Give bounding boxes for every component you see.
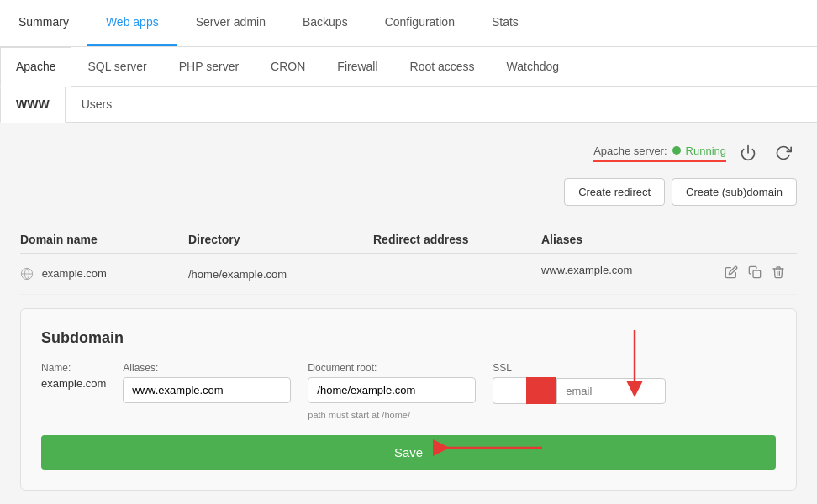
tab-serveradmin[interactable]: Server admin bbox=[177, 0, 284, 46]
col-header-redirect: Redirect address bbox=[373, 226, 541, 254]
name-value: example.com bbox=[41, 377, 106, 390]
save-btn-row: Save bbox=[41, 435, 776, 470]
docroot-input[interactable] bbox=[308, 377, 476, 403]
subdomain-fields: Name: example.com Aliases: Document root… bbox=[41, 362, 776, 420]
copy-button[interactable] bbox=[746, 264, 763, 284]
name-field-group: Name: example.com bbox=[41, 362, 106, 390]
aliases-label: Aliases: bbox=[123, 362, 291, 374]
apache-status: Apache server: Running bbox=[593, 144, 726, 162]
subdomain-box: Subdomain Name: example.com bbox=[20, 308, 797, 491]
edit-button[interactable] bbox=[723, 264, 740, 284]
apache-status-label: Apache server: bbox=[593, 144, 667, 157]
status-running-label: Running bbox=[686, 144, 726, 157]
tab-sqlserver[interactable]: SQL server bbox=[71, 47, 162, 86]
third-nav: WWW Users bbox=[0, 87, 817, 123]
ssl-label: SSL bbox=[493, 362, 666, 374]
main-content: Apache server: Running Create redirect C… bbox=[0, 123, 817, 504]
tab-firewall[interactable]: Firewall bbox=[321, 47, 393, 86]
tab-stats[interactable]: Stats bbox=[473, 0, 537, 46]
tab-phpserver[interactable]: PHP server bbox=[163, 47, 255, 86]
tab-summary[interactable]: Summary bbox=[0, 0, 87, 46]
name-label: Name: bbox=[41, 362, 106, 374]
domain-name: example.com bbox=[42, 267, 107, 280]
domain-cell: example.com bbox=[20, 254, 188, 295]
col-header-directory: Directory bbox=[188, 226, 373, 254]
docroot-hint: path must start at /home/ bbox=[308, 410, 476, 420]
power-button[interactable] bbox=[735, 139, 762, 166]
col-header-aliases: Aliases bbox=[541, 226, 797, 254]
col-header-domain: Domain name bbox=[20, 226, 188, 254]
ssl-row bbox=[493, 377, 666, 404]
aliases-cell: www.example.com bbox=[541, 254, 797, 295]
tab-watchdog[interactable]: Watchdog bbox=[491, 47, 576, 86]
svg-rect-3 bbox=[753, 270, 761, 278]
tab-rootaccess[interactable]: Root access bbox=[394, 47, 491, 86]
create-subdomain-button[interactable]: Create (sub)domain bbox=[672, 178, 797, 206]
status-indicator bbox=[672, 146, 681, 155]
tab-webapps[interactable]: Web apps bbox=[87, 0, 177, 46]
domain-table: Domain name Directory Redirect address A… bbox=[20, 226, 797, 295]
second-nav: Apache SQL server PHP server CRON Firewa… bbox=[0, 47, 817, 87]
domain-icon bbox=[20, 267, 37, 280]
redirect-cell bbox=[373, 254, 541, 295]
create-redirect-button[interactable]: Create redirect bbox=[564, 178, 665, 206]
ssl-red-toggle[interactable] bbox=[526, 377, 556, 404]
top-nav: Summary Web apps Server admin Backups Co… bbox=[0, 0, 817, 47]
tab-cron[interactable]: CRON bbox=[255, 47, 321, 86]
ssl-email-input[interactable] bbox=[556, 378, 666, 404]
table-row: example.com /home/example.com www.exampl… bbox=[20, 254, 797, 295]
refresh-button[interactable] bbox=[770, 139, 797, 166]
subdomain-title: Subdomain bbox=[41, 329, 776, 347]
docroot-field-group: Document root: path must start at /home/ bbox=[308, 362, 476, 420]
tab-backups[interactable]: Backups bbox=[284, 0, 366, 46]
status-bar: Apache server: Running bbox=[20, 139, 797, 166]
docroot-label: Document root: bbox=[308, 362, 476, 374]
aliases-input[interactable] bbox=[123, 377, 291, 403]
ssl-toggle[interactable] bbox=[493, 377, 526, 404]
tab-users[interactable]: Users bbox=[66, 87, 129, 122]
directory-cell: /home/example.com bbox=[188, 254, 373, 295]
tab-www[interactable]: WWW bbox=[0, 87, 66, 123]
row-actions bbox=[723, 264, 787, 284]
ssl-field-group: SSL bbox=[493, 362, 666, 404]
tab-configuration[interactable]: Configuration bbox=[366, 0, 473, 46]
aliases-field-group: Aliases: bbox=[123, 362, 291, 403]
save-button[interactable]: Save bbox=[41, 435, 776, 470]
action-buttons: Create redirect Create (sub)domain bbox=[20, 178, 797, 206]
delete-button[interactable] bbox=[770, 264, 787, 284]
tab-apache[interactable]: Apache bbox=[0, 47, 71, 87]
